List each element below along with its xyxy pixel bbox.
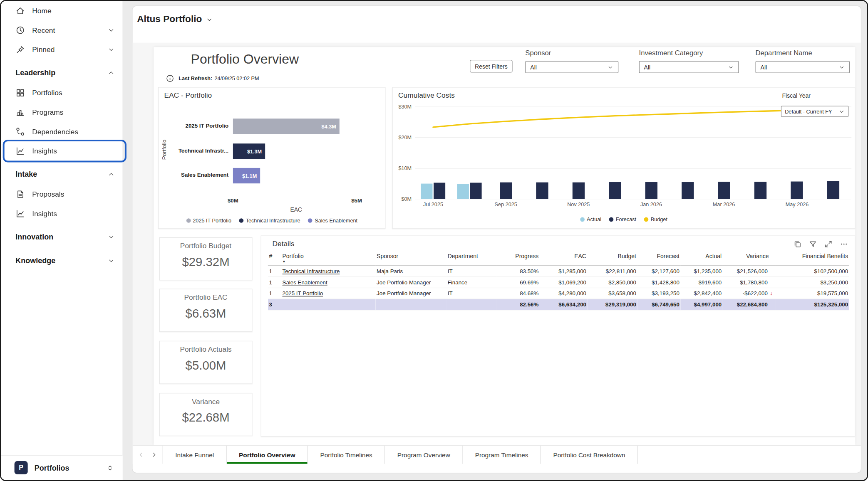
sidebar: HomeRecentPinned LeadershipPortfoliosPro… xyxy=(1,1,123,480)
kpi-value: $6.63M xyxy=(160,306,252,321)
bar-data-label: $1.1M xyxy=(242,173,260,179)
column-header-num[interactable]: # xyxy=(268,252,281,266)
actual-bar[interactable] xyxy=(457,184,469,199)
x-tick-label: $5M xyxy=(345,197,367,204)
filter-sponsor: SponsorAll xyxy=(525,49,618,73)
forecast-bar[interactable] xyxy=(754,182,766,199)
table-row[interactable]: 12025 IT PortfolioJoe Portfolio ManagerI… xyxy=(268,288,849,299)
sidebar-section-leadership[interactable]: Leadership xyxy=(1,62,123,83)
table-row[interactable]: 1Technical InfrastructureMaja ParisIT83.… xyxy=(268,266,849,277)
forecast-bar[interactable] xyxy=(609,182,621,199)
forecast-bar[interactable] xyxy=(791,182,803,199)
column-header-eac[interactable]: EAC xyxy=(540,252,588,266)
tabs-scroll-right-icon[interactable] xyxy=(150,451,157,458)
sidebar-item-label: Home xyxy=(32,7,115,15)
filter-department-name: Department NameAll xyxy=(756,49,850,73)
reset-filters-button[interactable]: Reset Filters xyxy=(470,60,513,73)
forecast-bar[interactable] xyxy=(573,183,585,199)
filter-investment-category-dropdown[interactable]: All xyxy=(639,61,739,73)
bar-2025-it-portfolio[interactable]: $4.3M xyxy=(233,118,340,134)
forecast-bar[interactable] xyxy=(682,182,694,199)
filter-sponsor-dropdown[interactable]: All xyxy=(525,61,618,73)
sidebar-item-dependencies[interactable]: Dependencies xyxy=(1,122,123,141)
tab-intake-funnel[interactable]: Intake Funnel xyxy=(163,446,227,464)
sidebar-section-innovation[interactable]: Innovation xyxy=(1,226,123,247)
actual-bar[interactable] xyxy=(421,184,432,199)
fiscal-year-dropdown[interactable]: Default - Current FY xyxy=(781,106,849,117)
legend-item: Budget xyxy=(644,216,667,222)
column-header-progress[interactable]: Progress xyxy=(496,252,540,266)
forecast-bar[interactable] xyxy=(500,183,512,199)
portfolio-link[interactable]: 2025 IT Portfolio xyxy=(282,290,323,296)
content-panel: Altus Portfolio Portfolio Overview Last … xyxy=(132,5,861,473)
more-options-icon[interactable] xyxy=(840,240,848,248)
chevron-up-icon xyxy=(108,69,115,76)
sidebar-item-programs[interactable]: Programs xyxy=(1,103,123,122)
forecast-bar[interactable] xyxy=(718,182,730,199)
sidebar-item-portfolios[interactable]: Portfolios xyxy=(1,83,123,103)
tab-portfolio-overview[interactable]: Portfolio Overview xyxy=(227,446,308,464)
insights-icon xyxy=(15,209,25,219)
column-header-department[interactable]: Department xyxy=(446,252,496,266)
column-header-actual[interactable]: Actual xyxy=(681,252,723,266)
x-tick-label: Nov 2025 xyxy=(560,201,597,207)
sidebar-item-insights[interactable]: Insights xyxy=(1,204,123,224)
kpi-card-variance[interactable]: Variance$22.68M xyxy=(159,393,253,436)
kpi-value: $22.68M xyxy=(160,411,252,425)
portfolio-link[interactable]: Sales Enablement xyxy=(282,279,327,286)
forecast-bar[interactable] xyxy=(645,182,657,199)
y-tick-label: $10M xyxy=(393,165,412,171)
chevron-down-icon xyxy=(108,233,115,240)
tab-portfolio-timelines[interactable]: Portfolio Timelines xyxy=(308,446,385,464)
focus-mode-icon[interactable] xyxy=(824,240,833,248)
forecast-bar[interactable] xyxy=(536,183,548,199)
forecast-bar[interactable] xyxy=(434,183,445,199)
sidebar-section-intake[interactable]: Intake xyxy=(1,163,123,185)
tabs-scroll-left-icon[interactable] xyxy=(138,451,145,458)
forecast-bar[interactable] xyxy=(827,181,839,199)
column-header-portfolio[interactable]: Portfolio▼ xyxy=(281,252,376,266)
sidebar-footer-portfolios[interactable]: P Portfolios xyxy=(1,455,123,480)
sidebar-item-home[interactable]: Home xyxy=(1,1,123,21)
sidebar-item-label: Insights xyxy=(32,210,115,218)
sidebar-item-insights[interactable]: Insights xyxy=(1,141,123,161)
kpi-label: Portfolio Actuals xyxy=(160,345,252,353)
portfolio-link[interactable]: Technical Infrastructure xyxy=(282,268,340,274)
kpi-card-portfolio-eac[interactable]: Portfolio EAC$6.63M xyxy=(159,289,253,332)
sidebar-item-pinned[interactable]: Pinned xyxy=(1,40,123,59)
report-tab-bar: Intake FunnelPortfolio OverviewPortfolio… xyxy=(133,445,861,464)
budget-line[interactable] xyxy=(433,109,833,127)
expand-collapse-selector-icon[interactable] xyxy=(107,464,114,471)
copy-icon[interactable] xyxy=(793,240,801,248)
cumulative-costs-chart-panel: Cumulative Costs Fiscal Year Default - C… xyxy=(392,87,855,229)
category-label: Technical Infrastr... xyxy=(159,148,228,154)
column-header-budget[interactable]: Budget xyxy=(588,252,637,266)
sidebar-section-knowledge[interactable]: Knowledge xyxy=(1,250,123,271)
bar-technical-infrastr[interactable]: $1.3M xyxy=(233,143,265,159)
x-tick-label: $0M xyxy=(222,197,244,204)
chevron-down-icon[interactable] xyxy=(206,16,213,23)
y-tick-label: $30M xyxy=(393,104,412,110)
programs-icon xyxy=(15,108,25,117)
column-header-sponsor[interactable]: Sponsor xyxy=(375,252,446,266)
column-header-financial-benefits[interactable]: Financial Benefits xyxy=(776,252,849,266)
tab-program-timelines[interactable]: Program Timelines xyxy=(463,446,541,464)
filter-icon[interactable] xyxy=(809,240,817,248)
column-header-forecast[interactable]: Forecast xyxy=(637,252,681,266)
dependencies-icon xyxy=(15,127,25,136)
filter-department-name-dropdown[interactable]: All xyxy=(756,61,850,73)
column-header-variance[interactable]: Variance xyxy=(723,252,776,266)
sidebar-item-recent[interactable]: Recent xyxy=(1,20,123,40)
tab-program-overview[interactable]: Program Overview xyxy=(385,446,463,464)
tab-portfolio-cost-breakdown[interactable]: Portfolio Cost Breakdown xyxy=(541,446,638,464)
kpi-card-portfolio-actuals[interactable]: Portfolio Actuals$5.00M xyxy=(159,341,253,384)
bar-sales-enablement[interactable]: $1.1M xyxy=(233,168,260,183)
info-icon[interactable] xyxy=(166,74,174,83)
kpi-card-portfolio-budget[interactable]: Portfolio Budget$29.32M xyxy=(159,237,253,281)
forecast-bar[interactable] xyxy=(470,183,482,199)
sidebar-item-proposals[interactable]: Proposals xyxy=(1,185,123,204)
report-tabs: Intake FunnelPortfolio OverviewPortfolio… xyxy=(163,446,638,464)
page-title[interactable]: Altus Portfolio xyxy=(137,14,213,25)
eac-portfolio-plot: Portfolio2025 IT Portfolio$4.3MTechnical… xyxy=(159,88,385,229)
table-row[interactable]: 1Sales EnablementJoe Portfolio ManagerFi… xyxy=(268,277,849,288)
